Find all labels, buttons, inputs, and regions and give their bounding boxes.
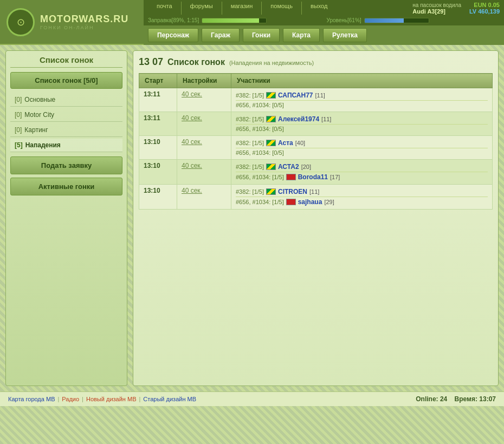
footer-link-new[interactable]: Новый дизайн МВ [86,396,137,402]
nav-forumi[interactable]: форумы [182,2,222,15]
sep3: | [139,396,140,402]
nav-pochta-label: почта [157,3,172,9]
sidebar-title: Список гонок [10,55,122,68]
table-row: 13:1140 сек.#382: [1/5]Алексей1974[11]#6… [139,112,493,136]
nav-magazin[interactable]: магазин [222,2,262,15]
level-bar-fill [365,18,404,23]
sidebar-btn-active[interactable]: Активные гонки [10,178,122,195]
btn-gonki[interactable]: Гонки [243,28,280,42]
race-settings-link[interactable]: 40 сек. [182,114,202,122]
sidebar: Список гонок Список гонок [5/0] [0] Осно… [5,50,127,386]
top-nav: почта форумы магазин помощь выход [148,2,336,15]
label-motorcity: Motor City [24,111,54,119]
nav-pochta[interactable]: почта [148,2,182,15]
participant-name[interactable]: CITROEN [278,188,307,195]
refuel-bar-fill [202,18,259,23]
footer-links: Карта города МВ | Радио | Новый дизайн М… [8,396,196,402]
table-row: 13:1140 сек.#382: [1/5]САПСАН77[11]#656,… [139,88,493,112]
footer-time: Время: 13:07 [455,395,496,403]
footer-link-radio[interactable]: Радио [62,396,79,402]
nav-vyhod[interactable]: выход [302,2,336,15]
bottom-nav: Персонаж Гараж Гонки Карта Рулетка [144,25,504,45]
sidebar-sub-napadeniya[interactable]: [5] Нападения [10,139,122,152]
table-row: 13:1040 сек.#382: [1/5]CITROEN[11]#656, … [139,185,493,210]
race-settings-link[interactable]: 40 сек. [182,90,202,98]
sidebar-main-item[interactable]: Список гонок [5/0] [10,72,122,89]
race-settings-cell[interactable]: 40 сек. [177,136,231,160]
sidebar-sub-karting[interactable]: [0] Картинг [10,123,122,137]
footer-link-old[interactable]: Старый дизайн МВ [143,396,196,402]
race-participants-cell: #382: [1/5]Аста[40]#656, #1034: [0/5] [231,136,493,160]
participant-level: [17] [330,174,340,180]
table-row: 13:1040 сек.#382: [1/5]АСТА2[20]#656, #1… [139,160,493,185]
nav-magazin-label: магазин [231,3,253,9]
race-time-cell: 13:11 [139,88,177,112]
participant-flag [286,199,296,205]
participant-row: #656, #1034: [1/5]sajhaua[29] [236,197,488,207]
sidebar-sub-motorcity[interactable]: [0] Motor City [10,108,122,122]
btn-garazh[interactable]: Гараж [202,28,240,42]
btn-ruletka[interactable]: Рулетка [323,28,367,42]
content-area: 13 07 Список гонок (Нападения на недвижи… [133,50,499,386]
participant-name[interactable]: САПСАН77 [278,92,313,99]
race-time-cell: 13:11 [139,112,177,136]
participant-row: #656, #1034: [0/5] [236,125,488,133]
participant-row: #382: [1/5]АСТА2[20] [236,162,488,172]
nav-forumi-label: форумы [190,3,213,9]
participant-ref: #656, #1034: [0/5] [236,149,284,156]
user-car: Audi A3[29] [412,8,461,15]
participant-name[interactable]: Аста [278,139,293,147]
participant-flag [266,188,276,195]
logo-icon: ⊙ [7,8,35,36]
footer: Карта города МВ | Радио | Новый дизайн М… [0,391,504,406]
participant-ref: #382: [1/5] [236,164,264,170]
participant-row: #382: [1/5]Алексей1974[11] [236,114,488,125]
main-layout: Список гонок Список гонок [5/0] [0] Осно… [0,45,504,391]
logo-area: ⊙ MOTORWARS.RU ГОНКИ ОН-ЛАЙН [0,0,144,45]
sidebar-sub-osnovnye[interactable]: [0] Основные [10,93,122,107]
participant-row: #656, #1034: [1/5]Boroda11[17] [236,172,488,182]
content-subtitle: (Нападения на недвижимость) [229,60,314,66]
participant-flag [266,164,276,170]
currency-eun: EUN 0.05 [469,2,500,8]
race-settings-cell[interactable]: 40 сек. [177,88,231,112]
btn-karta[interactable]: Карта [283,28,320,42]
level-bar-bg [364,18,429,23]
col-participants: Участники [231,74,493,88]
race-settings-link[interactable]: 40 сек. [182,187,202,194]
btn-personazh[interactable]: Персонаж [148,28,198,42]
user-info: на пасошок водила Audi A3[29] EUN 0.05 L… [412,2,500,15]
participant-ref: #656, #1034: [1/5] [236,199,284,205]
participant-row: #656, #1034: [0/5] [236,101,488,109]
participant-ref: #382: [1/5] [236,188,264,195]
sep1: | [57,396,59,402]
sidebar-btn-submit[interactable]: Подать заявку [10,156,122,174]
race-settings-cell[interactable]: 40 сек. [177,160,231,185]
race-settings-link[interactable]: 40 сек. [182,162,202,169]
race-participants-cell: #382: [1/5]CITROEN[11]#656, #1034: [1/5]… [231,185,493,210]
race-participants-cell: #382: [1/5]Алексей1974[11]#656, #1034: [… [231,112,493,136]
participant-row: #382: [1/5]Аста[40] [236,138,488,148]
participant-name[interactable]: sajhaua [298,198,322,206]
race-settings-link[interactable]: 40 сек. [182,138,202,146]
refuel-label: Заправка[89%, 1:15] [148,17,199,23]
race-settings-cell[interactable]: 40 сек. [177,112,231,136]
refuel-bar-bg [202,18,267,23]
footer-online: Online: 24 [416,395,447,403]
label-napadeniya: Нападения [25,141,61,149]
nav-pomosh[interactable]: помощь [262,2,302,15]
badge-osnovnye: [0] [15,96,22,103]
participant-name[interactable]: АСТА2 [278,163,299,171]
footer-right: Online: 24 Время: 13:07 [416,395,496,403]
participant-ref: #656, #1034: [1/5] [236,174,284,180]
race-time-cell: 13:10 [139,136,177,160]
user-label: на пасошок водила [412,2,461,8]
participant-row: #656, #1034: [0/5] [236,148,488,157]
table-row: 13:1040 сек.#382: [1/5]Аста[40]#656, #10… [139,136,493,160]
race-settings-cell[interactable]: 40 сек. [177,185,231,210]
header: ⊙ MOTORWARS.RU ГОНКИ ОН-ЛАЙН почта форум… [0,0,504,45]
participant-name[interactable]: Boroda11 [298,173,328,181]
participant-level: [29] [324,199,334,205]
footer-link-map[interactable]: Карта города МВ [8,396,55,402]
participant-name[interactable]: Алексей1974 [278,115,319,123]
